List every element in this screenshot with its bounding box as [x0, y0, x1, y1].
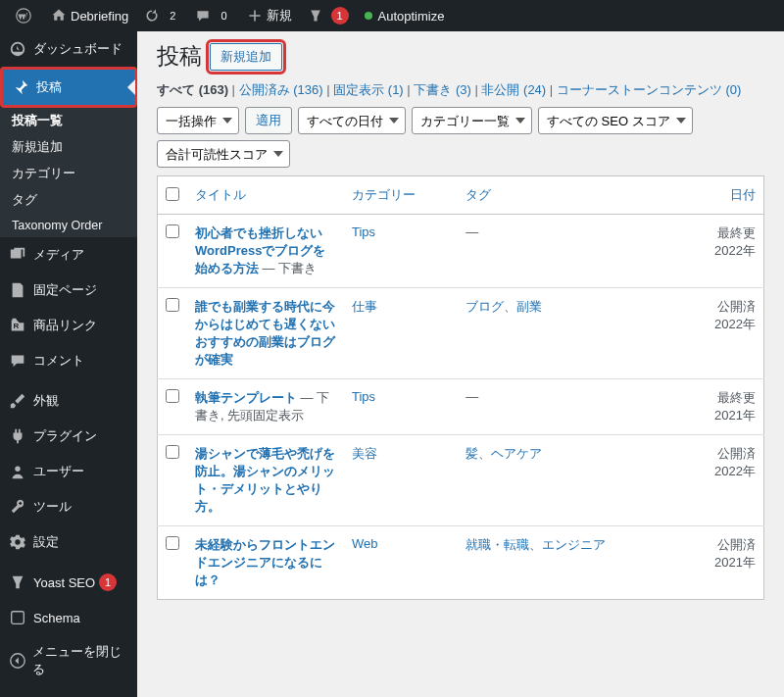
row-checkbox[interactable] [166, 389, 179, 403]
plugin-icon [8, 426, 27, 446]
table-row: 誰でも副業する時代に今からはじめても遅くないおすすめの副業はブログが確実仕事ブロ… [158, 288, 764, 379]
table-row: 未経験からフロントエンドエンジニアになるには？Web就職・転職、エンジニア公開済… [158, 526, 764, 600]
tag-link[interactable]: 髪 [466, 446, 478, 461]
table-row: 初心者でも挫折しないWordPressでブログを始める方法 — 下書きTips—… [158, 215, 764, 288]
filter-private[interactable]: 非公開 (24) [481, 82, 546, 97]
row-checkbox[interactable] [166, 445, 179, 459]
add-new-button[interactable]: 新規追加 [210, 43, 282, 71]
apply-button[interactable]: 適用 [245, 107, 292, 134]
bulk-action-select[interactable]: 一括操作 [157, 107, 239, 134]
admin-bar: Debriefing 2 0 新規 1 Autoptimize [0, 0, 784, 31]
page-header: 投稿 新規追加 [157, 41, 764, 72]
menu-media-label: メディア [33, 246, 84, 264]
filter-published[interactable]: 公開済み (136) [239, 82, 323, 97]
category-link[interactable]: Tips [352, 389, 375, 404]
readability-filter-select[interactable]: 合計可読性スコア [157, 140, 290, 168]
tag-link[interactable]: エンジニア [542, 537, 606, 552]
col-tags: タグ [466, 187, 491, 202]
autoptimize-link[interactable]: Autoptimize [357, 0, 453, 31]
updates-count: 2 [166, 10, 179, 22]
menu-appearance-label: 外観 [33, 392, 59, 410]
date-cell: 公開済2021年 [682, 526, 764, 600]
page-title: 投稿 [157, 41, 202, 72]
menu-plugins[interactable]: プラグイン [0, 419, 137, 454]
submenu-new-post[interactable]: 新規追加 [0, 134, 137, 161]
submenu-categories[interactable]: カテゴリー [0, 161, 137, 187]
col-title[interactable]: タイトル [195, 187, 246, 202]
yoast-menu-icon [8, 573, 27, 592]
yoast-icon [308, 8, 323, 24]
page-icon [8, 280, 27, 300]
row-checkbox[interactable] [166, 536, 179, 550]
submenu-taxonomy-order[interactable]: Taxonomy Order [0, 214, 137, 237]
menu-settings[interactable]: 設定 [0, 524, 137, 560]
admin-sidebar: ダッシュボード 投稿 投稿一覧 新規追加 カテゴリー タグ Taxonomy O… [0, 31, 137, 697]
post-title-link[interactable]: 未経験からフロントエンドエンジニアになるには？ [195, 537, 335, 587]
menu-comments[interactable]: コメント [0, 343, 137, 378]
menu-tools[interactable]: ツール [0, 489, 137, 524]
date-cell: 公開済2022年 [682, 435, 764, 526]
menu-posts-label: 投稿 [36, 78, 62, 96]
settings-icon [8, 532, 27, 552]
menu-schema[interactable]: Schema [0, 600, 137, 635]
menu-dashboard-label: ダッシュボード [33, 40, 122, 58]
menu-posts[interactable]: 投稿 [3, 70, 134, 105]
wordpress-icon [16, 8, 31, 24]
tools-icon [8, 497, 27, 517]
collapse-icon [8, 651, 26, 671]
users-icon [8, 462, 27, 481]
site-name-link[interactable]: Debriefing [43, 0, 136, 31]
svg-text:R: R [14, 322, 20, 330]
new-content-link[interactable]: 新規 [239, 0, 300, 31]
category-link[interactable]: 美容 [352, 446, 377, 461]
menu-pages[interactable]: 固定ページ [0, 273, 137, 308]
category-link[interactable]: Tips [352, 224, 375, 239]
menu-schema-label: Schema [33, 611, 80, 625]
menu-product-links[interactable]: R 商品リンク [0, 308, 137, 343]
row-checkbox[interactable] [166, 298, 179, 312]
menu-comments-label: コメント [33, 352, 84, 370]
updates-icon [144, 8, 160, 24]
tag-link[interactable]: 就職・転職 [466, 537, 529, 552]
filter-draft[interactable]: 下書き (3) [414, 82, 471, 97]
select-all-checkbox[interactable] [166, 187, 179, 201]
tag-link[interactable]: 副業 [516, 299, 542, 314]
wp-logo[interactable] [8, 0, 43, 31]
col-date[interactable]: 日付 [730, 187, 756, 202]
brush-icon [8, 391, 27, 411]
tag-link[interactable]: ブログ [466, 299, 504, 314]
submenu-all-posts[interactable]: 投稿一覧 [0, 108, 137, 134]
date-filter-select[interactable]: すべての日付 [298, 107, 406, 134]
updates-link[interactable]: 2 [136, 0, 187, 31]
seo-filter-select[interactable]: すべての SEO スコア [538, 107, 693, 134]
post-title-link[interactable]: 誰でも副業する時代に今からはじめても遅くないおすすめの副業はブログが確実 [195, 299, 335, 367]
menu-collapse-label: メニューを閉じる [32, 643, 129, 678]
filter-sticky[interactable]: 固定表示 (1) [333, 82, 404, 97]
category-link[interactable]: 仕事 [352, 299, 377, 314]
menu-media[interactable]: メディア [0, 237, 137, 273]
post-title-link[interactable]: 執筆テンプレート [195, 390, 297, 405]
schema-icon [8, 608, 27, 627]
filter-all[interactable]: すべて (163) [157, 82, 228, 97]
media-icon [8, 245, 27, 265]
category-filter-select[interactable]: カテゴリー一覧 [412, 107, 532, 134]
post-title-link[interactable]: 湯シャンで薄毛や禿げを防止。湯シャンのメリット・デメリットとやり方。 [195, 446, 335, 514]
submenu-tags[interactable]: タグ [0, 187, 137, 214]
filter-cornerstone[interactable]: コーナーストーンコンテンツ (0) [557, 82, 742, 97]
menu-users[interactable]: ユーザー [0, 454, 137, 489]
menu-yoast[interactable]: Yoast SEO 1 [0, 565, 137, 600]
comment-icon [195, 8, 211, 24]
category-link[interactable]: Web [352, 536, 378, 551]
menu-dashboard[interactable]: ダッシュボード [0, 31, 137, 67]
posts-table: タイトル カテゴリー タグ 日付 初心者でも挫折しないWordPressでブログ… [157, 175, 764, 600]
yoast-link[interactable]: 1 [300, 0, 357, 31]
comments-link[interactable]: 0 [187, 0, 238, 31]
yoast-badge: 1 [331, 7, 349, 25]
menu-collapse[interactable]: メニューを閉じる [0, 635, 137, 686]
table-row: 執筆テンプレート — 下書き, 先頭固定表示Tips—最終更2021年 [158, 379, 764, 435]
status-dot-icon [365, 12, 372, 20]
pin-icon [11, 77, 30, 97]
menu-appearance[interactable]: 外観 [0, 383, 137, 419]
row-checkbox[interactable] [166, 224, 179, 238]
tag-link[interactable]: ヘアケア [491, 446, 542, 461]
